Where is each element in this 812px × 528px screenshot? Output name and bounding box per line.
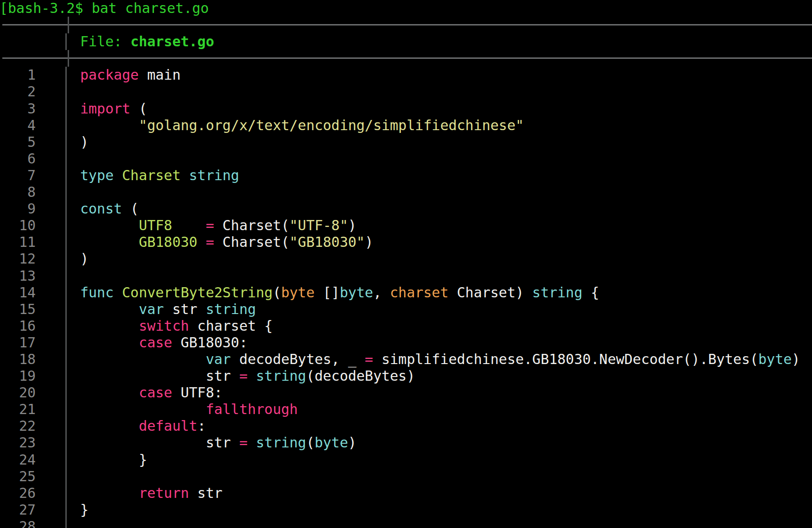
line-number: 5 [2, 134, 36, 151]
gutter-bar [57, 502, 74, 518]
line-number: 15 [2, 301, 36, 318]
line-number: 4 [2, 117, 36, 134]
horizontal-rule [2, 24, 812, 25]
code-text: var decodeBytes, _ = simplifiedchinese.G… [80, 351, 800, 368]
grid-rule-top [2, 17, 812, 33]
line-number: 23 [2, 434, 36, 451]
file-name: charset.go [130, 33, 214, 50]
code-text: switch charset { [80, 318, 273, 334]
code-line: 9const ( [2, 201, 812, 217]
gutter-bar [57, 134, 74, 151]
gutter-bar [57, 468, 74, 485]
code-line: 6 [2, 151, 812, 167]
gutter-bar [57, 434, 74, 451]
code-line: 2 [2, 83, 812, 100]
code-text: "golang.org/x/text/encoding/simplifiedch… [80, 117, 524, 134]
gutter-bar [57, 518, 74, 528]
gutter-bar [57, 418, 74, 434]
code-line: 3import ( [2, 101, 812, 117]
gutter-bar [57, 201, 74, 217]
grid-rule-bottom [2, 50, 812, 67]
code-text: str = string(decodeBytes) [80, 368, 415, 384]
line-number: 14 [2, 284, 36, 301]
line-number: 8 [2, 184, 36, 201]
code-line: 5) [2, 134, 812, 151]
code-text: import ( [80, 101, 147, 117]
line-number: 26 [2, 485, 36, 502]
code-text: type Charset string [80, 167, 239, 184]
code-line: 1package main [2, 67, 812, 83]
line-number: 12 [2, 251, 36, 267]
line-number: 21 [2, 401, 36, 418]
file-header-text: File: charset.go [80, 33, 214, 50]
code-text: var str string [80, 301, 256, 318]
gutter-bar [57, 284, 74, 301]
code-text: GB18030 = Charset("GB18030") [80, 234, 373, 251]
code-line: 8 [2, 184, 812, 201]
line-number: 27 [2, 502, 36, 518]
code-text: ) [80, 134, 89, 151]
file-header-row: File: charset.go [2, 33, 812, 50]
gutter-bar [57, 452, 74, 468]
code-line: 20 case UTF8: [2, 384, 812, 401]
code-text: func ConvertByte2String(byte []byte, cha… [80, 284, 599, 301]
code-line: 28 [2, 518, 812, 528]
code-text: str = string(byte) [80, 434, 356, 451]
shell-prompt-line: [bash-3.2$ bat charset.go [0, 0, 812, 17]
code-line: 15 var str string [2, 301, 812, 318]
code-text: } [80, 452, 147, 468]
gutter-bar [57, 167, 74, 184]
gutter-bar [57, 101, 74, 117]
code-line: 23 str = string(byte) [2, 434, 812, 451]
code-line: 26 return str [2, 485, 812, 502]
code-line: 4 "golang.org/x/text/encoding/simplified… [2, 117, 812, 134]
code-text: ) [80, 251, 89, 267]
line-number: 1 [2, 67, 36, 83]
file-label: File: [80, 33, 130, 50]
gutter-bar [57, 234, 74, 251]
line-number: 28 [2, 518, 36, 528]
gutter-bar [57, 184, 74, 201]
gutter-rule-cross [68, 17, 69, 33]
gutter-bar [57, 117, 74, 134]
gutter-bar [57, 251, 74, 267]
code-line: 24 } [2, 452, 812, 468]
line-number: 3 [2, 101, 36, 117]
code-line: 19 str = string(decodeBytes) [2, 368, 812, 384]
shell-prompt-text: [bash-3.2$ bat charset.go [0, 0, 209, 16]
gutter-bar [57, 301, 74, 318]
code-text: package main [80, 67, 181, 83]
line-number: 25 [2, 468, 36, 485]
gutter-bar [57, 67, 74, 83]
gutter-spacer [2, 33, 36, 50]
line-number: 10 [2, 217, 36, 234]
gutter-bar [57, 318, 74, 334]
code-line: 21 fallthrough [2, 401, 812, 418]
code-line: 11 GB18030 = Charset("GB18030") [2, 234, 812, 251]
code-text: case UTF8: [80, 384, 222, 401]
code-line: 16 switch charset { [2, 318, 812, 334]
gutter-bar [57, 33, 74, 50]
gutter-bar [57, 217, 74, 234]
code-line: 12) [2, 251, 812, 267]
gutter-bar [57, 268, 74, 284]
gutter-bar [57, 384, 74, 401]
code-text: const ( [80, 201, 139, 217]
line-number: 19 [2, 368, 36, 384]
code-line: 13 [2, 268, 812, 284]
line-number: 22 [2, 418, 36, 434]
line-number: 18 [2, 351, 36, 368]
line-number: 24 [2, 452, 36, 468]
line-number: 2 [2, 83, 36, 100]
gutter-bar [57, 83, 74, 100]
line-number: 9 [2, 201, 36, 217]
gutter-bar [57, 401, 74, 418]
line-number: 16 [2, 318, 36, 334]
line-number: 11 [2, 234, 36, 251]
code-line: 10 UTF8 = Charset("UTF-8") [2, 217, 812, 234]
line-number: 17 [2, 334, 36, 351]
code-line: 18 var decodeBytes, _ = simplifiedchines… [2, 351, 812, 368]
terminal-window: [bash-3.2$ bat charset.go File: charset.… [0, 0, 812, 528]
gutter-rule-cross [68, 50, 69, 67]
gutter-bar [57, 151, 74, 167]
